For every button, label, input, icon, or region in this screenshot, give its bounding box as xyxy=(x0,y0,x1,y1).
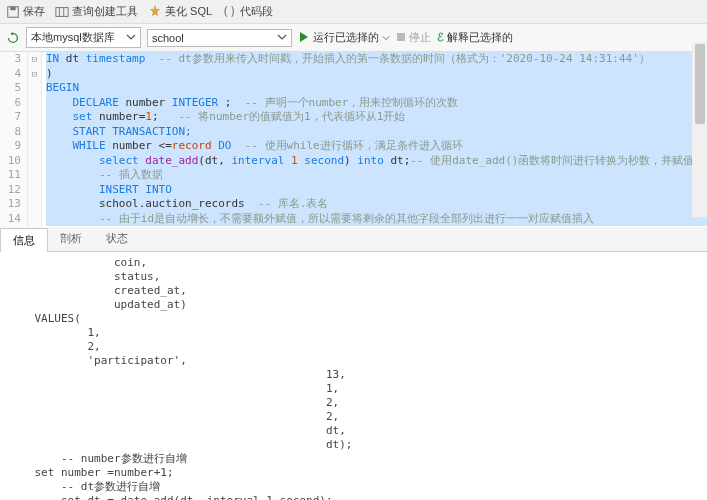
line-gutter: 3456789101112131415 xyxy=(0,52,28,227)
svg-rect-1 xyxy=(10,6,15,10)
output-panel[interactable]: coin, status, created_at, updated_at) VA… xyxy=(0,252,707,500)
save-label: 保存 xyxy=(23,4,45,19)
editor-scrollbar[interactable] xyxy=(692,52,707,217)
code-area[interactable]: IN dt timestamp -- dt参数用来传入时间戳，开始插入的第一条数… xyxy=(42,52,707,227)
run-selected-button[interactable]: 运行已选择的 xyxy=(298,30,390,45)
beautify-icon xyxy=(148,5,162,19)
connection-bar: 本地mysql数据库 school 运行已选择的 停止 ℰ 解释已选择的 xyxy=(0,24,707,52)
chevron-down-icon xyxy=(382,32,390,44)
explain-icon: ℰ xyxy=(437,31,444,44)
schema-dropdown[interactable]: school xyxy=(147,29,292,47)
sql-editor[interactable]: 3456789101112131415 ⊟⊟ IN dt timestamp -… xyxy=(0,52,707,227)
database-dropdown-value: 本地mysql数据库 xyxy=(31,30,115,45)
main-toolbar: 保存 查询创建工具 美化 SQL () 代码段 xyxy=(0,0,707,24)
svg-rect-2 xyxy=(56,7,68,16)
database-dropdown[interactable]: 本地mysql数据库 xyxy=(26,27,141,48)
stop-icon xyxy=(396,32,406,44)
play-icon xyxy=(298,31,310,45)
chevron-down-icon xyxy=(126,32,136,44)
beautify-label: 美化 SQL xyxy=(165,4,212,19)
query-builder-button[interactable]: 查询创建工具 xyxy=(55,4,138,19)
code-snippet-button[interactable]: () 代码段 xyxy=(222,4,272,19)
stop-button: 停止 xyxy=(396,30,431,45)
save-icon xyxy=(6,5,20,19)
fold-gutter: ⊟⊟ xyxy=(28,52,42,227)
query-builder-label: 查询创建工具 xyxy=(72,4,138,19)
stop-label: 停止 xyxy=(409,30,431,45)
code-snippet-icon: () xyxy=(222,5,236,19)
tab-info[interactable]: 信息 xyxy=(0,228,48,252)
refresh-icon[interactable] xyxy=(6,31,20,45)
result-tabs: 信息 剖析 状态 xyxy=(0,227,707,252)
tab-analysis[interactable]: 剖析 xyxy=(48,227,94,251)
save-button[interactable]: 保存 xyxy=(6,4,45,19)
beautify-sql-button[interactable]: 美化 SQL xyxy=(148,4,212,19)
explain-selected-label: 解释已选择的 xyxy=(447,30,513,45)
explain-selected-button[interactable]: ℰ 解释已选择的 xyxy=(437,30,513,45)
tab-status[interactable]: 状态 xyxy=(94,227,140,251)
run-selected-label: 运行已选择的 xyxy=(313,30,379,45)
schema-dropdown-value: school xyxy=(152,32,184,44)
query-builder-icon xyxy=(55,5,69,19)
code-snippet-label: 代码段 xyxy=(240,4,273,19)
scroll-thumb[interactable] xyxy=(695,52,705,124)
chevron-down-icon xyxy=(277,32,287,44)
svg-rect-5 xyxy=(397,33,405,41)
